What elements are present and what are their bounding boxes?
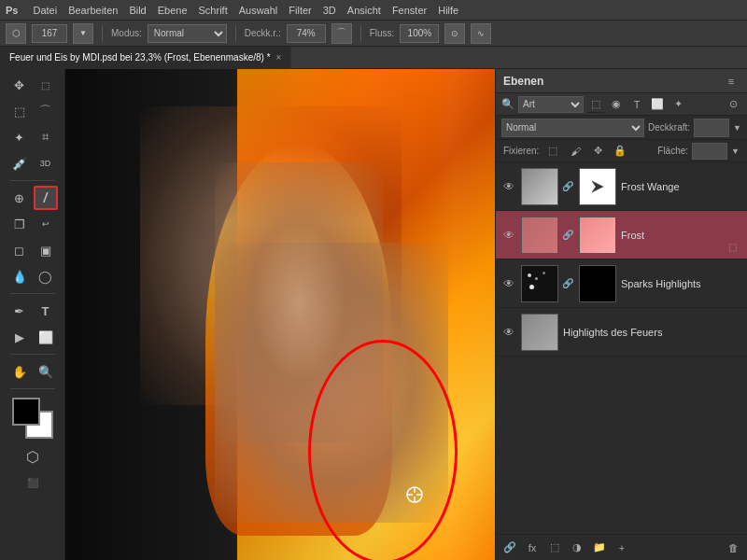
deckkraft-value[interactable]: 95%	[694, 119, 729, 137]
menu-hilfe[interactable]: Hilfe	[438, 5, 458, 16]
layer-item-frost[interactable]: 👁 🔗 Frost ⬚	[496, 211, 747, 259]
layers-group-btn[interactable]: 📁	[591, 539, 608, 556]
menu-auswahl[interactable]: Auswahl	[239, 5, 278, 16]
lock-all-btn[interactable]: 🔒	[612, 143, 628, 160]
layers-mode-row: Normal Multiplizieren Abwedeln Deckkraft…	[496, 116, 747, 140]
eraser-tool[interactable]: ◻	[7, 238, 32, 262]
layers-effects-btn[interactable]: fx	[524, 539, 541, 556]
layer-visibility-frost[interactable]: 👁	[501, 228, 516, 243]
filter-type-icon[interactable]: T	[628, 96, 645, 113]
layers-title: Ebenen	[503, 75, 543, 88]
type-tool[interactable]: T	[34, 299, 58, 323]
document-tab[interactable]: Feuer und Eis by MDI.psd bei 23,3% (Fros…	[0, 47, 291, 69]
flow-icon[interactable]: ⊙	[444, 23, 465, 44]
tool-divider-4	[10, 388, 55, 389]
layer-visibility-frost-wange[interactable]: 👁	[501, 179, 516, 194]
tool-row-8: 💧 ◯	[7, 264, 58, 288]
layer-chain-frost-wange[interactable]: 🔗	[563, 181, 572, 191]
shape-tool[interactable]: ⬜	[34, 325, 58, 349]
fluss-input[interactable]	[400, 24, 439, 43]
menu-ebene[interactable]: Ebene	[158, 5, 188, 16]
smoothing-icon[interactable]: ∿	[471, 23, 491, 44]
layer-chain-frost[interactable]: 🔗	[563, 230, 572, 240]
menu-filter[interactable]: Filter	[289, 5, 311, 16]
magic-wand-tool[interactable]: ✦	[7, 125, 32, 149]
layer-thumbnail-sparks	[521, 265, 558, 302]
modus-select[interactable]: Normal Multiplizieren Abwedeln	[148, 24, 227, 43]
menu-ansicht[interactable]: Ansicht	[347, 5, 381, 16]
layers-options-btn[interactable]: ≡	[723, 73, 740, 90]
dodge-tool[interactable]: ◯	[34, 264, 58, 288]
menu-3d[interactable]: 3D	[323, 5, 336, 16]
layers-delete-btn[interactable]: 🗑	[725, 539, 741, 556]
layers-new-btn[interactable]: +	[613, 539, 630, 556]
lock-paint-btn[interactable]: 🖌	[567, 143, 584, 160]
layer-chain-sparks[interactable]: 🔗	[563, 278, 572, 288]
layer-thumbnail-highlights	[521, 314, 558, 351]
color-picker	[12, 398, 53, 439]
flaeche-value[interactable]: 100%	[692, 143, 727, 160]
deckkraft-arrow[interactable]: ▼	[733, 123, 741, 133]
clone-stamp-tool[interactable]: ❐	[7, 212, 32, 236]
lock-move-btn[interactable]: ✥	[589, 143, 606, 160]
menu-bar: Ps Datei Bearbeiten Bild Ebene Schrift A…	[0, 0, 747, 21]
layer-item-frost-wange[interactable]: 👁 🔗 Frost Wange	[496, 162, 747, 211]
layer-visibility-highlights[interactable]: 👁	[501, 325, 516, 340]
tab-title: Feuer und Eis by MDI.psd bei 23,3% (Fros…	[9, 52, 271, 63]
crop-tool[interactable]: ⌗	[34, 125, 58, 149]
blend-mode-select[interactable]: Normal Multiplizieren Abwedeln	[501, 119, 644, 137]
brush-tool[interactable]: /	[34, 186, 58, 210]
deckkraft-input[interactable]	[287, 24, 326, 43]
eyedropper-tool[interactable]: 💉	[7, 151, 32, 175]
layer-item-highlights[interactable]: 👁 Highlights des Feuers	[496, 308, 747, 357]
layers-search-row: 🔍 Art ⬚ ◉ T ⬜ ✦ ⊙	[496, 93, 747, 116]
layer-mask-frost	[579, 217, 616, 254]
layer-name-sparks: Sparks Highlights	[621, 278, 741, 289]
layer-item-sparks[interactable]: 👁 🔗 Sparks Highlights	[496, 259, 747, 308]
brush-shape-icon[interactable]: ▼	[73, 23, 93, 44]
filter-shape-icon[interactable]: ⬜	[649, 96, 666, 113]
marquee-tool[interactable]: ⬚	[7, 99, 32, 123]
menu-fenster[interactable]: Fenster	[392, 5, 427, 16]
filter-pixel-icon[interactable]: ⬚	[587, 96, 604, 113]
lock-pixels-btn[interactable]: ⬚	[544, 143, 561, 160]
3d-tool[interactable]: 3D	[34, 151, 58, 175]
shoulder-area	[215, 162, 383, 442]
filter-toggle[interactable]: ⊙	[725, 96, 741, 113]
canvas-area[interactable]	[65, 69, 495, 560]
artboard-tool[interactable]: ⬚	[34, 73, 58, 97]
tab-close-btn[interactable]: ×	[276, 52, 282, 63]
layers-mask-btn[interactable]: ⬚	[546, 539, 563, 556]
heal-tool[interactable]: ⊕	[7, 186, 32, 210]
layers-link-btn[interactable]: 🔗	[501, 539, 518, 556]
screen-mode-row: ⬛	[21, 470, 45, 495]
menu-bearbeiten[interactable]: Bearbeiten	[68, 5, 118, 16]
layer-visibility-sparks[interactable]: 👁	[501, 276, 516, 291]
airbrush-icon[interactable]: ⌒	[331, 23, 352, 44]
move-tool[interactable]: ✥	[7, 73, 32, 97]
layers-adj-btn[interactable]: ◑	[569, 539, 585, 556]
menu-schrift[interactable]: Schrift	[199, 5, 228, 16]
path-select-tool[interactable]: ▶	[7, 325, 32, 349]
flaeche-arrow[interactable]: ▼	[731, 147, 740, 156]
quick-mask-btn[interactable]: ⬡	[21, 444, 45, 469]
brush-size-input[interactable]	[32, 24, 67, 43]
history-brush-tool[interactable]: ↩	[34, 212, 58, 236]
lasso-tool[interactable]: ⌒	[34, 99, 58, 123]
hand-tool[interactable]: ✋	[7, 359, 32, 384]
menu-bild[interactable]: Bild	[129, 5, 146, 16]
brush-options-icon[interactable]: ⬡	[6, 23, 26, 44]
pen-tool[interactable]: ✒	[7, 299, 32, 323]
foreground-color[interactable]	[12, 398, 40, 426]
filter-smart-icon[interactable]: ✦	[669, 96, 686, 113]
blur-tool[interactable]: 💧	[7, 264, 32, 288]
gradient-tool[interactable]: ▣	[34, 238, 58, 262]
tool-divider-2	[10, 293, 55, 294]
screen-mode-btn[interactable]: ⬛	[21, 470, 45, 495]
filter-adj-icon[interactable]: ◉	[608, 96, 625, 113]
filter-kind-select[interactable]: Art	[518, 96, 584, 113]
tool-row-10: ▶ ⬜	[7, 325, 58, 349]
canvas-content	[65, 69, 495, 560]
menu-datei[interactable]: Datei	[33, 5, 57, 16]
zoom-tool[interactable]: 🔍	[34, 359, 58, 384]
